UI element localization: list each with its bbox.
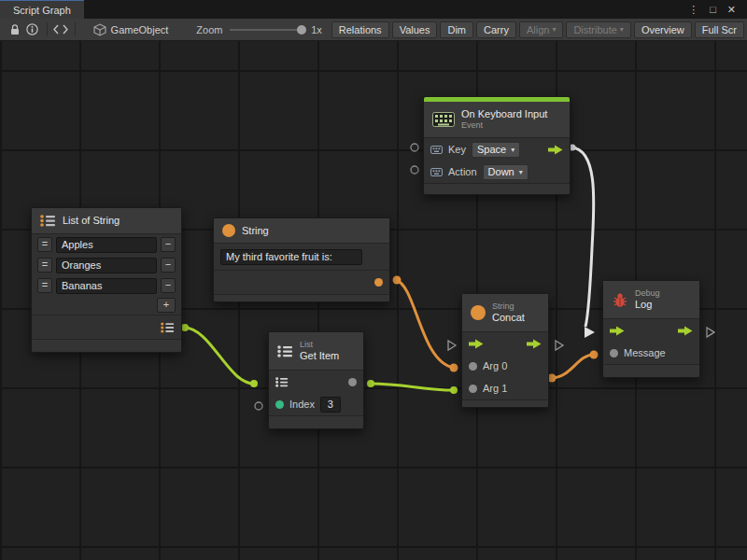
node-footer (424, 183, 570, 194)
action-dropdown[interactable]: Down ▾ (483, 164, 529, 180)
wire-endpoint[interactable] (590, 351, 599, 359)
wire-endpoint[interactable] (393, 276, 402, 285)
index-row: Index 3 (269, 393, 363, 415)
node-debug-log[interactable]: Debug Log Message (602, 280, 700, 378)
wire-endpoint[interactable] (367, 380, 374, 387)
list-input-port[interactable] (275, 377, 289, 387)
info-glyph (26, 23, 38, 35)
node-list-of-string[interactable]: List of String = Apples − = Oranges − = … (31, 207, 182, 353)
zoom-slider[interactable] (230, 21, 305, 38)
flow-out-port[interactable] (527, 339, 542, 349)
toolbar-button-dim[interactable]: Dim (440, 21, 473, 38)
stub-concat-flow-in[interactable] (448, 341, 456, 350)
node-title: Log (635, 299, 660, 311)
message-input-port[interactable] (610, 349, 618, 357)
drag-handle[interactable]: = (37, 237, 52, 252)
node-title: Get Item (300, 350, 339, 362)
info-icon[interactable] (23, 21, 41, 39)
chevron-down-icon: ▾ (519, 168, 523, 176)
drag-handle[interactable]: = (37, 278, 52, 293)
node-footer (32, 339, 181, 352)
wire-list-to-getitem[interactable] (184, 328, 254, 384)
node-on-keyboard-input[interactable]: On Keyboard Input Event Key Space ▾ (423, 96, 571, 195)
flow-out-port[interactable] (678, 326, 693, 336)
window-maximize-icon[interactable]: □ (704, 0, 722, 19)
stub-index-input[interactable] (255, 402, 262, 410)
stub-key-input[interactable] (411, 144, 418, 151)
string-output-port[interactable] (374, 278, 383, 287)
wire-endpoint[interactable] (250, 380, 258, 387)
stub-log-flow-out[interactable] (707, 328, 714, 337)
flow-in-port[interactable] (610, 326, 625, 336)
wire-getitem-to-concat[interactable] (370, 384, 454, 390)
toolbar-button-overview[interactable]: Overview (634, 21, 692, 38)
toolbar-button-fullscreen[interactable]: Full Scr (695, 21, 744, 38)
node-get-item[interactable]: List Get Item Index 3 (268, 331, 364, 429)
wire-endpoint[interactable] (181, 324, 189, 331)
wire-string-to-concat[interactable] (396, 280, 454, 368)
tab-label: Script Graph (13, 5, 71, 16)
list-item-row: = Apples − (32, 234, 181, 255)
key-dropdown[interactable]: Space ▾ (472, 142, 520, 158)
list-icon (40, 215, 56, 227)
drag-handle[interactable]: = (37, 258, 52, 273)
add-item-button[interactable]: + (157, 298, 176, 313)
remove-item-button[interactable]: − (161, 258, 176, 273)
item-output-port[interactable] (348, 378, 357, 386)
remove-item-button[interactable]: − (161, 278, 176, 293)
index-label: Index (289, 399, 315, 410)
stub-concat-flow-out[interactable] (556, 341, 563, 350)
index-field[interactable]: 3 (320, 397, 341, 413)
index-input-port[interactable] (275, 400, 284, 409)
list-item-field[interactable]: Apples (56, 237, 157, 253)
arg1-input-port[interactable] (469, 385, 477, 393)
flow-in-port[interactable] (469, 339, 484, 349)
flow-arrowhead (585, 327, 595, 338)
arg1-row: Arg 1 (462, 377, 548, 399)
wire-keyboard-to-log-flow[interactable] (571, 147, 594, 327)
node-title: Concat (492, 312, 525, 324)
lock-icon[interactable] (6, 21, 23, 39)
remove-item-button[interactable]: − (161, 237, 176, 252)
list-item-field[interactable]: Bananas (56, 278, 157, 294)
node-header: List of String (32, 208, 181, 234)
node-header: Debug Log (603, 281, 699, 319)
node-header: String Concat (462, 294, 548, 332)
action-row: Action Down ▾ (424, 161, 570, 183)
node-concat[interactable]: String Concat Arg 0 Arg 1 (461, 293, 549, 408)
toolbar-button-align[interactable]: Align▾ (519, 21, 563, 38)
toolbar-button-distribute[interactable]: Distribute▾ (566, 21, 630, 38)
tab-script-graph[interactable]: Script Graph (0, 0, 84, 19)
window-menu-icon[interactable]: ⋮ (683, 0, 704, 19)
node-string-literal[interactable]: String My third favorite fruit is: (213, 217, 390, 302)
stub-action-input[interactable] (411, 166, 418, 174)
node-footer (603, 364, 699, 377)
list-item-row: = Bananas − (32, 275, 181, 296)
string-value-field[interactable]: My third favorite fruit is: (220, 249, 362, 265)
zoom-slider-knob[interactable] (297, 25, 306, 35)
gameobject-selector[interactable]: GameObject (93, 23, 169, 36)
graph-canvas[interactable]: On Keyboard Input Event Key Space ▾ (0, 41, 747, 560)
list-output-port[interactable] (161, 322, 175, 333)
node-title: List of String (63, 215, 120, 227)
code-glyph (53, 24, 68, 35)
arg0-input-port[interactable] (469, 362, 477, 371)
toolbar-separator (75, 22, 76, 36)
wire-concat-to-log[interactable] (551, 355, 594, 378)
key-port-icon (430, 146, 443, 154)
toolbar-button-carry[interactable]: Carry (476, 21, 516, 38)
wire-endpoint[interactable] (450, 386, 458, 394)
toolbar-button-relations[interactable]: Relations (331, 21, 389, 38)
flow-out-port[interactable] (548, 145, 563, 155)
chevron-down-icon: ▾ (620, 25, 624, 34)
node-category: String (492, 301, 525, 312)
code-icon[interactable] (51, 21, 69, 39)
wire-endpoint[interactable] (450, 364, 458, 372)
list-item-field[interactable]: Oranges (56, 258, 157, 273)
node-subtitle: Event (461, 120, 547, 131)
toolbar-button-values[interactable]: Values (392, 21, 438, 38)
node-footer (269, 415, 363, 428)
key-label: Key (448, 144, 466, 155)
window-close-icon[interactable]: ✕ (722, 0, 741, 19)
chevron-down-icon: ▾ (552, 25, 556, 34)
